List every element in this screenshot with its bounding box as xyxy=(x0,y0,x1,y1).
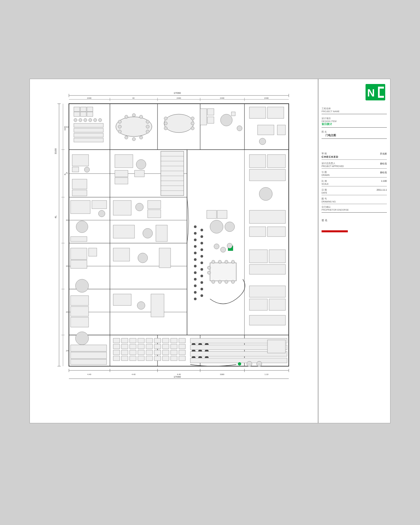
svg-rect-234 xyxy=(179,344,185,349)
svg-rect-192 xyxy=(210,263,236,281)
svg-rect-154 xyxy=(113,294,131,305)
svg-point-77 xyxy=(98,118,102,122)
svg-point-157 xyxy=(75,332,89,345)
svg-rect-289 xyxy=(378,87,380,98)
svg-point-72 xyxy=(74,118,77,122)
svg-rect-160 xyxy=(71,359,107,365)
project-approved-value: 黄松花 xyxy=(380,162,387,167)
svg-point-194 xyxy=(218,260,221,263)
checked-value: 乔克斯 xyxy=(380,152,387,158)
drawing-no-row: 图 号 DRAWING NO. xyxy=(322,197,387,204)
svg-point-97 xyxy=(164,122,167,125)
svg-text:3100: 3100 xyxy=(54,148,57,154)
svg-rect-71 xyxy=(87,112,93,116)
svg-rect-215 xyxy=(269,299,285,310)
svg-rect-130 xyxy=(115,170,128,177)
date-label-cn: 日 期 xyxy=(322,189,327,192)
svg-text:4.40: 4.40 xyxy=(87,373,91,375)
svg-point-83 xyxy=(118,120,121,123)
svg-point-90 xyxy=(132,114,136,117)
svg-rect-123 xyxy=(72,167,79,172)
svg-rect-187 xyxy=(217,210,227,219)
svg-point-179 xyxy=(200,268,203,271)
svg-text:N: N xyxy=(367,87,375,99)
svg-rect-242 xyxy=(171,350,177,355)
svg-rect-239 xyxy=(146,350,153,355)
svg-point-89 xyxy=(125,115,128,118)
svg-text:2440: 2440 xyxy=(264,97,269,99)
svg-rect-113 xyxy=(161,151,184,196)
svg-rect-69 xyxy=(74,112,80,116)
svg-rect-125 xyxy=(72,179,87,189)
svg-rect-210 xyxy=(249,250,267,263)
svg-rect-111 xyxy=(277,125,285,135)
svg-point-175 xyxy=(200,242,203,244)
svg-rect-67 xyxy=(80,107,86,112)
svg-rect-209 xyxy=(267,227,285,237)
svg-rect-248 xyxy=(146,356,153,361)
project-name-label-en: PROJECT NAME xyxy=(322,110,387,113)
svg-rect-78 xyxy=(74,123,103,127)
svg-text:4C: 4C xyxy=(132,97,135,99)
svg-rect-233 xyxy=(171,344,177,349)
svg-rect-131 xyxy=(115,178,128,184)
floor-plan-svg: 17090 2440 4C 2440 2440 2440 xyxy=(49,86,299,381)
svg-rect-146 xyxy=(89,248,97,256)
svg-rect-153 xyxy=(71,317,89,327)
svg-point-198 xyxy=(218,280,221,284)
drawing-title-label: 图 名 xyxy=(322,130,387,134)
svg-point-169 xyxy=(194,278,197,281)
svg-point-202 xyxy=(207,271,211,274)
svg-point-178 xyxy=(200,262,203,264)
svg-rect-129 xyxy=(135,170,144,177)
svg-rect-225 xyxy=(179,338,185,343)
svg-rect-145 xyxy=(71,260,87,268)
svg-point-195 xyxy=(225,260,228,263)
svg-rect-265 xyxy=(190,358,287,363)
drawn-row: 引 图 DRAWN 黄松花 xyxy=(322,170,387,178)
svg-rect-240 xyxy=(154,350,161,355)
svg-rect-230 xyxy=(146,344,153,349)
checked-label-en: CHECKED xyxy=(322,155,339,158)
svg-rect-135 xyxy=(113,200,131,215)
project-approved-label-cn: 设计总负责人 xyxy=(322,162,344,165)
svg-rect-158 xyxy=(71,345,107,351)
drawing-title-field: 图 名 门电立图 xyxy=(322,130,387,139)
svg-rect-222 xyxy=(154,338,161,343)
svg-point-86 xyxy=(146,120,149,123)
svg-rect-103 xyxy=(207,109,214,115)
svg-text:3300: 3300 xyxy=(220,373,224,375)
svg-point-107 xyxy=(237,126,242,131)
svg-point-136 xyxy=(136,203,143,211)
svg-point-128 xyxy=(136,159,146,169)
svg-point-98 xyxy=(164,127,167,130)
svg-point-87 xyxy=(146,125,149,128)
drawing-area: 17090 2440 4C 2440 2440 2440 xyxy=(30,79,318,423)
svg-rect-241 xyxy=(162,350,169,355)
svg-point-206 xyxy=(259,187,272,200)
svg-point-161 xyxy=(194,225,197,228)
logo-area: N xyxy=(322,82,387,102)
svg-point-139 xyxy=(76,221,88,233)
svg-point-193 xyxy=(212,260,215,263)
svg-rect-223 xyxy=(162,338,169,343)
svg-rect-144 xyxy=(71,248,87,260)
svg-point-155 xyxy=(137,302,145,309)
svg-point-173 xyxy=(200,229,203,231)
svg-rect-149 xyxy=(159,248,171,268)
svg-point-267 xyxy=(257,361,262,367)
svg-rect-220 xyxy=(138,338,144,343)
svg-rect-106 xyxy=(231,112,235,116)
svg-rect-81 xyxy=(74,138,103,142)
svg-rect-204 xyxy=(267,155,285,168)
svg-rect-224 xyxy=(171,338,177,343)
svg-point-100 xyxy=(191,122,194,125)
checked-row: 审 核 CHECKED 乔克斯 xyxy=(322,151,387,160)
svg-point-181 xyxy=(200,281,203,284)
svg-rect-207 xyxy=(249,210,285,223)
design-item-value: 首日夜计 xyxy=(322,122,387,126)
svg-point-105 xyxy=(220,114,232,126)
svg-point-183 xyxy=(200,294,203,297)
svg-rect-159 xyxy=(71,352,107,359)
svg-point-266 xyxy=(247,361,252,367)
